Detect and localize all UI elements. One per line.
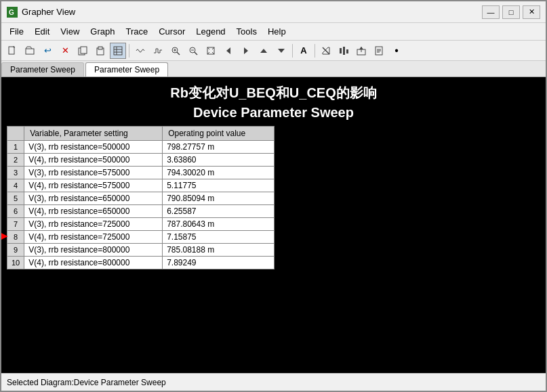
col-variable-header: Variable, Parameter setting [24, 127, 163, 141]
menu-bar: FileEditViewGraphTraceCursorLegendToolsH… [1, 23, 546, 41]
menu-item-file[interactable]: File [4, 23, 29, 40]
table-row: 3V(3), rrb resistance=575000794.30020 m [7, 167, 275, 179]
dot-button[interactable]: • [388, 43, 405, 59]
zoom-out-button[interactable] [185, 43, 201, 59]
svg-rect-27 [343, 47, 345, 55]
svg-rect-7 [98, 47, 102, 49]
row-variable: V(3), rrb resistance=500000 [24, 141, 163, 154]
table-row: 2V(4), rrb resistance=5000003.63860 [7, 154, 275, 167]
tab-parameter-sweep-1[interactable]: Parameter Sweep [1, 62, 84, 77]
row-number: 2 [7, 154, 24, 167]
row-variable: V(4), rrb resistance=725000 [24, 231, 163, 244]
cancel-button[interactable]: ✕ [57, 43, 73, 59]
row-number: 3 [7, 167, 24, 179]
row-variable: V(3), rrb resistance=575000 [24, 167, 163, 179]
undo-button[interactable]: ↩ [39, 43, 56, 59]
svg-marker-23 [278, 49, 285, 53]
row-number: 5 [7, 192, 24, 205]
table-row: 4V(4), rrb resistance=5750005.11775 [7, 179, 275, 192]
row-number: 9 [7, 244, 24, 257]
app-window: G Grapher View — □ ✕ FileEditViewGraphTr… [0, 0, 547, 392]
tab-bar: Parameter Sweep Parameter Sweep [1, 61, 546, 77]
menu-item-cursor[interactable]: Cursor [153, 23, 190, 40]
svg-rect-3 [26, 49, 34, 54]
new-button[interactable] [4, 43, 20, 59]
data-table-wrapper: ▶ Variable, Parameter setting Operating … [1, 126, 546, 269]
window-title: Grapher View [22, 7, 482, 17]
data-table: Variable, Parameter setting Operating po… [7, 126, 275, 269]
waveform-button[interactable] [336, 43, 352, 59]
svg-rect-28 [346, 49, 348, 53]
table-row: 8V(4), rrb resistance=7250007.15875 [7, 231, 275, 244]
chart-subtitle: Device Parameter Sweep [1, 105, 546, 126]
tab-parameter-sweep-2[interactable]: Parameter Sweep [85, 62, 168, 77]
row-number: 10 [7, 257, 24, 269]
row-number: 1 [7, 141, 24, 154]
svg-marker-22 [260, 49, 267, 53]
row-value: 787.80643 m [163, 218, 275, 231]
text-button[interactable]: A [296, 43, 312, 59]
step-button[interactable] [150, 43, 166, 59]
svg-marker-31 [359, 47, 363, 49]
title-bar: G Grapher View — □ ✕ [1, 1, 546, 23]
close-button[interactable]: ✕ [523, 5, 540, 19]
table-container: ▶ Variable, Parameter setting Operating … [7, 126, 540, 269]
minimize-button[interactable]: — [482, 5, 500, 19]
menu-item-tools[interactable]: Tools [231, 23, 262, 40]
row-value: 798.27757 m [163, 141, 275, 154]
svg-rect-8 [114, 47, 122, 55]
window-controls: — □ ✕ [482, 5, 540, 19]
row-value: 785.08188 m [163, 244, 275, 257]
zoom-in-button[interactable] [167, 43, 184, 59]
row-number: 6 [7, 205, 24, 218]
paste-button[interactable] [92, 43, 108, 59]
menu-item-edit[interactable]: Edit [29, 23, 55, 40]
marker-button[interactable] [318, 43, 334, 59]
row-value: 790.85094 m [163, 192, 275, 205]
menu-item-graph[interactable]: Graph [85, 23, 120, 40]
row-value: 794.30020 m [163, 167, 275, 179]
row-value: 7.15875 [163, 231, 275, 244]
content-area: Rb变化对U_BEQ和U_CEQ的影响 Device Parameter Swe… [1, 77, 546, 391]
pan-down-button[interactable] [273, 43, 289, 59]
row-marker: ▶ [1, 231, 7, 240]
zoom-fit-button[interactable] [203, 43, 219, 59]
menu-item-help[interactable]: Help [262, 23, 291, 40]
svg-text:G: G [9, 9, 14, 16]
open-button[interactable] [22, 43, 38, 59]
toolbar-separator-1 [129, 44, 129, 58]
row-variable: V(4), rrb resistance=575000 [24, 179, 163, 192]
col-value-header: Operating point value [163, 127, 275, 141]
export-button[interactable] [353, 43, 369, 59]
row-variable: V(4), rrb resistance=500000 [24, 154, 163, 167]
pan-up-button[interactable] [256, 43, 272, 59]
menu-item-trace[interactable]: Trace [120, 23, 153, 40]
svg-rect-5 [81, 47, 87, 53]
toolbar-separator-2 [292, 44, 293, 58]
app-icon: G [7, 7, 18, 18]
pan-left-button[interactable] [220, 43, 237, 59]
row-number: 4 [7, 179, 24, 192]
wave-button[interactable] [132, 43, 148, 59]
table-row: 5V(3), rrb resistance=650000790.85094 m [7, 192, 275, 205]
row-variable: V(3), rrb resistance=650000 [24, 192, 163, 205]
table-row: 7V(3), rrb resistance=725000787.80643 m [7, 218, 275, 231]
svg-line-13 [177, 52, 180, 55]
report-button[interactable] [371, 43, 387, 59]
menu-item-view[interactable]: View [55, 23, 85, 40]
pan-right-button[interactable] [238, 43, 254, 59]
table-row: 10V(4), rrb resistance=8000007.89249 [7, 257, 275, 269]
toolbar-separator-3 [315, 44, 315, 58]
maximize-button[interactable]: □ [502, 5, 520, 19]
table-view-button[interactable] [110, 43, 126, 59]
svg-rect-26 [340, 48, 342, 53]
svg-line-17 [195, 52, 197, 55]
svg-line-24 [323, 47, 329, 54]
row-value: 7.89249 [163, 257, 275, 269]
toolbar: ↩ ✕ [1, 41, 546, 61]
table-row: 6V(4), rrb resistance=6500006.25587 [7, 205, 275, 218]
row-variable: V(4), rrb resistance=800000 [24, 257, 163, 269]
menu-item-legend[interactable]: Legend [190, 23, 230, 40]
copy-button[interactable] [75, 43, 91, 59]
row-variable: V(4), rrb resistance=650000 [24, 205, 163, 218]
